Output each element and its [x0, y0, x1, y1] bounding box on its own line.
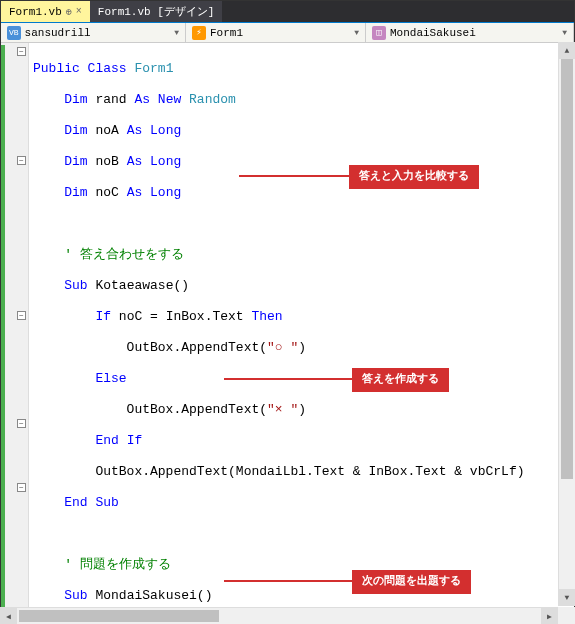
dropdown-value: MondaiSakusei	[390, 27, 476, 39]
vertical-scrollbar[interactable]: ▲ ▼	[558, 42, 575, 606]
annotation-next-question: 次の問題を出題する	[352, 570, 471, 594]
vb-icon: VB	[7, 26, 21, 40]
pin-icon[interactable]: ⊕	[66, 6, 72, 18]
collapse-toggle[interactable]: −	[17, 156, 26, 165]
lightning-icon: ⚡	[192, 26, 206, 40]
gutter: − − − − −	[1, 43, 29, 623]
change-marker	[1, 45, 5, 624]
collapse-toggle[interactable]: −	[17, 483, 26, 492]
tab-form1-vb[interactable]: Form1.vb ⊕ ×	[1, 1, 90, 22]
code-content[interactable]: Public Class Form1 Dim rand As New Rando…	[29, 43, 574, 623]
scroll-down-button[interactable]: ▼	[559, 589, 575, 606]
chevron-down-icon: ▼	[562, 28, 567, 37]
close-icon[interactable]: ×	[76, 6, 82, 17]
method-icon: ◫	[372, 26, 386, 40]
collapse-toggle[interactable]: −	[17, 419, 26, 428]
scroll-left-button[interactable]: ◀	[0, 608, 17, 624]
chevron-down-icon: ▼	[354, 28, 359, 37]
navigation-bar: VB sansudrill ▼ ⚡ Form1 ▼ ◫ MondaiSakuse…	[1, 23, 574, 43]
collapse-toggle[interactable]: −	[17, 311, 26, 320]
annotation-line	[224, 580, 354, 582]
dropdown-value: Form1	[210, 27, 243, 39]
tab-label: Form1.vb [デザイン]	[98, 4, 215, 19]
project-dropdown[interactable]: VB sansudrill ▼	[1, 23, 186, 42]
scrollbar-thumb[interactable]	[561, 59, 573, 479]
dropdown-value: sansudrill	[25, 27, 91, 39]
annotation-line	[224, 378, 354, 380]
scroll-up-button[interactable]: ▲	[559, 42, 575, 59]
scrollbar-thumb-h[interactable]	[19, 610, 219, 622]
scroll-right-button[interactable]: ▶	[541, 608, 558, 624]
scrollbar-corner	[558, 607, 575, 624]
class-dropdown[interactable]: ⚡ Form1 ▼	[186, 23, 366, 42]
annotation-create-answer: 答えを作成する	[352, 368, 449, 392]
tab-form1-design[interactable]: Form1.vb [デザイン]	[90, 1, 223, 22]
tab-label: Form1.vb	[9, 6, 62, 18]
collapse-toggle[interactable]: −	[17, 47, 26, 56]
chevron-down-icon: ▼	[174, 28, 179, 37]
annotation-line	[239, 175, 349, 177]
annotation-compare: 答えと入力を比較する	[349, 165, 479, 189]
code-editor[interactable]: − − − − − Public Class Form1 Dim rand As…	[1, 43, 574, 623]
tab-bar: Form1.vb ⊕ × Form1.vb [デザイン]	[1, 1, 574, 23]
member-dropdown[interactable]: ◫ MondaiSakusei ▼	[366, 23, 574, 42]
horizontal-scrollbar[interactable]: ◀ ▶	[0, 607, 558, 624]
